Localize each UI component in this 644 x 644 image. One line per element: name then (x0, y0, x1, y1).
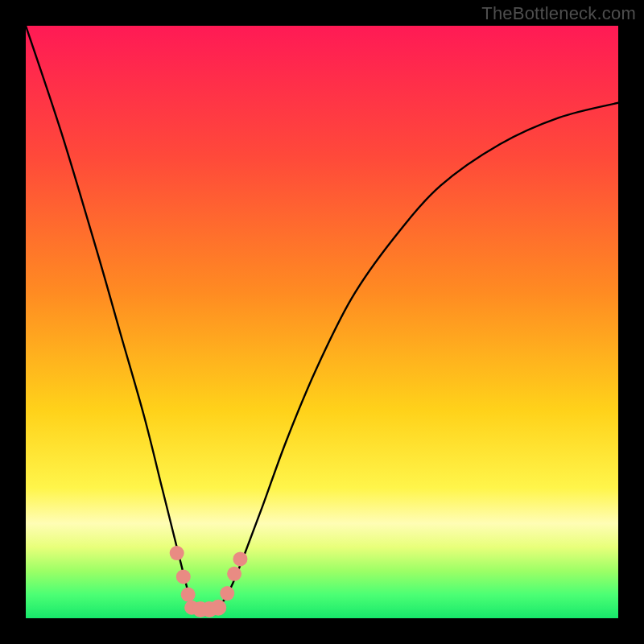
curve-marker (227, 567, 242, 581)
plot-area (26, 26, 618, 618)
curve-marker (220, 586, 234, 601)
curve-marker (210, 600, 226, 616)
watermark-text: TheBottleneck.com (481, 3, 636, 24)
curve-marker (170, 546, 184, 560)
curve-marker (176, 569, 191, 584)
curve-marker (181, 588, 196, 602)
curve-marker (233, 551, 247, 566)
chart-frame: TheBottleneck.com (0, 0, 644, 644)
bottleneck-curve-chart (26, 26, 618, 618)
gradient-background (26, 26, 618, 618)
